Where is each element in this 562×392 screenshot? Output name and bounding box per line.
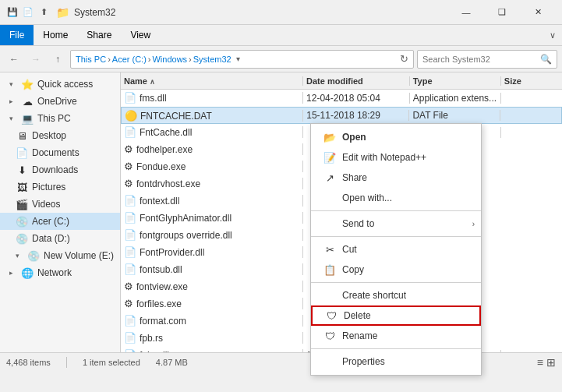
search-icon: 🔍 bbox=[540, 54, 552, 65]
title-bar: 💾 📄 ⬆ 📁 System32 — ❑ ✕ bbox=[0, 0, 562, 25]
crumb-system32[interactable]: System32 bbox=[193, 55, 232, 64]
new-doc-icon[interactable]: 📄 bbox=[22, 6, 34, 19]
col-header-date[interactable]: Date modified bbox=[303, 76, 410, 86]
file-name: fontview.exe bbox=[136, 281, 188, 292]
sidebar-label-desktop: Desktop bbox=[32, 130, 66, 141]
file-name: fms.dll bbox=[140, 93, 167, 104]
sidebar-item-downloads[interactable]: ⬇ Downloads bbox=[0, 161, 120, 178]
sidebar-item-documents[interactable]: 📄 Documents bbox=[0, 144, 120, 161]
file-icon: 📄 bbox=[124, 212, 136, 224]
ctx-item-send-to[interactable]: Send to› bbox=[311, 214, 481, 234]
sidebar-item-videos[interactable]: 🎬 Videos bbox=[0, 196, 120, 213]
up-icon[interactable]: ⬆ bbox=[37, 6, 50, 19]
sidebar-label-data-d: Data (D:) bbox=[32, 233, 70, 244]
ctx-icon-copy: 📋 bbox=[323, 263, 336, 276]
tab-view[interactable]: View bbox=[121, 25, 160, 45]
ctx-label-delete: Delete bbox=[344, 310, 371, 321]
ctx-label-share: Share bbox=[342, 172, 367, 183]
ctx-item-delete[interactable]: 🛡Delete bbox=[311, 305, 481, 326]
sidebar-item-quick-access[interactable]: ▾ ⭐ Quick access bbox=[0, 76, 120, 93]
crumb-acer[interactable]: Acer (C:) bbox=[112, 55, 147, 64]
ctx-icon-cut: ✂ bbox=[323, 243, 336, 256]
ctx-icon-properties bbox=[323, 355, 336, 368]
title-folder-icon: 📁 bbox=[56, 6, 69, 19]
col-header-size[interactable]: Size bbox=[501, 76, 562, 86]
file-name-cell: ⚙fontview.exe bbox=[121, 281, 303, 292]
file-type-cell: Application extens... bbox=[410, 93, 501, 104]
ctx-icon-edit-notepad: 📝 bbox=[323, 151, 336, 164]
file-name: FNTCACHE.DAT bbox=[140, 111, 212, 122]
ctx-item-properties[interactable]: Properties bbox=[311, 351, 481, 372]
tab-home[interactable]: Home bbox=[34, 25, 77, 45]
ctx-label-copy: Copy bbox=[342, 264, 364, 275]
address-path[interactable]: This PC › Acer (C:) › Windows › System32… bbox=[70, 50, 414, 69]
ctx-item-edit-notepad[interactable]: 📝Edit with Notepad++ bbox=[311, 147, 481, 168]
ctx-icon-delete: 🛡 bbox=[325, 309, 338, 322]
refresh-button[interactable]: ↻ bbox=[400, 53, 408, 65]
up-button[interactable]: ↑ bbox=[48, 50, 67, 69]
ctx-item-open-with[interactable]: Open with... bbox=[311, 188, 481, 208]
view-list-icon[interactable]: ≡ bbox=[537, 356, 543, 369]
table-row[interactable]: 🟡FNTCACHE.DAT15-11-2018 18:29DAT File bbox=[121, 107, 562, 124]
table-row[interactable]: 📄fms.dll12-04-2018 05:04Application exte… bbox=[121, 90, 562, 107]
ctx-item-create-shortcut[interactable]: Create shortcut bbox=[311, 285, 481, 305]
expand-arrow-net: ▸ bbox=[9, 269, 17, 277]
sidebar-item-network[interactable]: ▸ 🌐 Network bbox=[0, 264, 120, 281]
maximize-button[interactable]: ❑ bbox=[484, 0, 520, 25]
search-input[interactable] bbox=[422, 55, 540, 64]
expand-arrow-od: ▸ bbox=[9, 97, 17, 105]
tab-share[interactable]: Share bbox=[77, 25, 121, 45]
forward-button[interactable]: → bbox=[27, 50, 45, 69]
save-icon[interactable]: 💾 bbox=[6, 6, 19, 19]
sidebar-item-new-volume-e[interactable]: ▾ 💿 New Volume (E:) bbox=[0, 247, 120, 264]
ctx-item-share[interactable]: ↗Share bbox=[311, 168, 481, 188]
back-button[interactable]: ← bbox=[5, 50, 23, 69]
ctx-icon-share: ↗ bbox=[323, 171, 336, 184]
ctx-item-cut[interactable]: ✂Cut bbox=[311, 239, 481, 260]
desktop-icon: 🖥 bbox=[16, 130, 28, 142]
sidebar-label-onedrive: OneDrive bbox=[37, 96, 77, 107]
quick-access-icon: ⭐ bbox=[21, 79, 34, 90]
file-name: fontext.dll bbox=[140, 196, 179, 207]
tab-file[interactable]: File bbox=[0, 25, 34, 45]
file-icon: ⚙ bbox=[124, 298, 133, 309]
sidebar-item-desktop[interactable]: 🖥 Desktop bbox=[0, 127, 120, 144]
file-name: fontgroups override.dll bbox=[140, 230, 232, 241]
ctx-item-open[interactable]: 📂Open bbox=[311, 127, 481, 147]
ctx-icon-open: 📂 bbox=[323, 131, 336, 143]
col-header-name[interactable]: Name ∧ bbox=[121, 76, 303, 86]
file-icon: 📄 bbox=[124, 229, 136, 241]
address-dropdown[interactable]: ▾ bbox=[236, 55, 240, 63]
ribbon: File Home Share View ∨ bbox=[0, 25, 562, 46]
close-button[interactable]: ✕ bbox=[520, 0, 556, 25]
sidebar-item-acer-c[interactable]: 💿 Acer (C:) bbox=[0, 213, 120, 230]
file-name-cell: ⚙Fondue.exe bbox=[121, 161, 303, 172]
search-box[interactable]: 🔍 bbox=[417, 50, 557, 69]
minimize-button[interactable]: — bbox=[448, 0, 484, 25]
data-d-icon: 💿 bbox=[16, 233, 28, 245]
ctx-separator bbox=[311, 236, 481, 237]
pictures-icon: 🖼 bbox=[16, 182, 28, 193]
ctx-icon-send-to bbox=[323, 217, 336, 230]
sidebar-item-pictures[interactable]: 🖼 Pictures bbox=[0, 178, 120, 196]
crumb-windows[interactable]: Windows bbox=[152, 55, 187, 64]
file-name-cell: ⚙fodhelper.exe bbox=[121, 143, 303, 155]
ctx-icon-rename: 🛡 bbox=[323, 330, 336, 342]
acer-c-icon: 💿 bbox=[16, 216, 28, 228]
sidebar-item-this-pc[interactable]: ▾ 💻 This PC bbox=[0, 110, 120, 127]
ctx-item-copy[interactable]: 📋Copy bbox=[311, 260, 481, 280]
item-count: 4,468 items bbox=[6, 358, 51, 367]
ctx-item-rename[interactable]: 🛡Rename bbox=[311, 326, 481, 346]
ctx-label-open-with: Open with... bbox=[342, 192, 392, 203]
sidebar-label-downloads: Downloads bbox=[32, 164, 78, 175]
crumb-thispc[interactable]: This PC bbox=[76, 55, 106, 64]
ribbon-chevron[interactable]: ∨ bbox=[543, 25, 562, 45]
file-name-cell: 🟡FNTCACHE.DAT bbox=[122, 110, 303, 122]
ctx-label-cut: Cut bbox=[342, 244, 357, 255]
sidebar-item-onedrive[interactable]: ▸ ☁ OneDrive bbox=[0, 93, 120, 110]
sidebar-item-data-d[interactable]: 💿 Data (D:) bbox=[0, 230, 120, 247]
ctx-label-rename: Rename bbox=[342, 330, 377, 341]
ctx-label-properties: Properties bbox=[342, 356, 385, 367]
view-grid-icon[interactable]: ⊞ bbox=[546, 356, 556, 369]
col-header-type[interactable]: Type bbox=[410, 76, 501, 86]
